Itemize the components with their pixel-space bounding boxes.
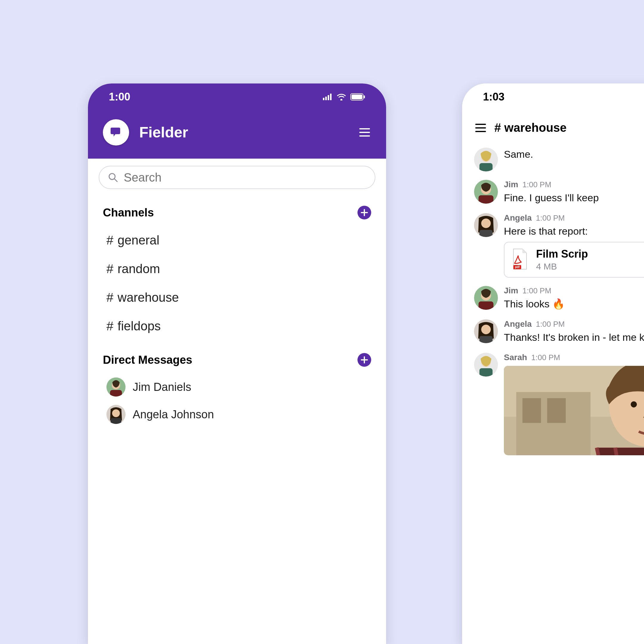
message-time: 1:00 PM: [522, 286, 551, 295]
message-item[interactable]: Sarah 1:00 PM LOWER: [474, 349, 644, 459]
status-time: 1:03: [483, 91, 504, 103]
search-box[interactable]: [99, 166, 375, 189]
menu-button[interactable]: [474, 121, 487, 134]
svg-rect-3: [330, 94, 332, 100]
chat-header: # warehouse: [462, 110, 644, 143]
avatar: [474, 213, 498, 237]
message-text: This looks 🔥: [504, 297, 644, 311]
dm-name: Jim Daniels: [133, 381, 191, 394]
status-bar: 1:00: [88, 83, 386, 110]
app-header: Fielder: [88, 110, 386, 159]
channel-label: fieldops: [117, 319, 161, 333]
svg-rect-6: [364, 95, 365, 98]
svg-point-31: [481, 325, 491, 334]
message-author: Angela: [504, 213, 532, 223]
svg-rect-29: [479, 301, 493, 310]
status-time: 1:00: [109, 91, 130, 103]
dm-name: Angela Johnson: [133, 408, 214, 421]
hash-icon: #: [106, 319, 113, 333]
file-attachment[interactable]: pdf Film Scrip 4 MB: [504, 242, 644, 278]
svg-rect-1: [325, 97, 327, 100]
avatar: [474, 180, 498, 204]
message-text: Same.: [504, 148, 644, 161]
channel-label: random: [117, 262, 160, 276]
message-author: Sarah: [504, 353, 527, 362]
message-time: 1:00 PM: [536, 320, 565, 329]
dm-item-jim[interactable]: Jim Daniels: [103, 373, 371, 401]
channel-item-random[interactable]: # random: [103, 255, 371, 283]
avatar: [106, 377, 126, 397]
hash-icon: #: [106, 262, 113, 276]
file-name: Film Scrip: [536, 248, 588, 260]
search-input[interactable]: [124, 171, 366, 184]
phone-chat: 1:03 # warehouse Same.: [462, 83, 644, 644]
channel-item-fieldops[interactable]: # fieldops: [103, 312, 371, 340]
message-item[interactable]: Angela 1:00 PM Here is that report: pdf …: [474, 209, 644, 282]
channels-section: Channels # general # random # warehouse …: [88, 196, 386, 343]
avatar: [106, 405, 126, 424]
channel-label: general: [117, 233, 159, 247]
channel-item-general[interactable]: # general: [103, 226, 371, 255]
message-author: Angela: [504, 319, 532, 329]
svg-rect-11: [110, 390, 122, 397]
channel-title: # warehouse: [494, 121, 566, 134]
avatar: [474, 353, 498, 377]
app-title: Fielder: [139, 124, 358, 141]
message-item[interactable]: Jim 1:00 PM Fine. I guess I'll keep: [474, 176, 644, 209]
message-time: 1:00 PM: [536, 213, 565, 223]
message-text: Thanks! It's broken in - let me know of …: [504, 331, 644, 344]
message-author: Jim: [504, 286, 518, 295]
svg-rect-32: [479, 336, 493, 343]
wifi-icon: [337, 93, 346, 100]
svg-rect-5: [352, 95, 362, 99]
message-author: Jim: [504, 180, 518, 189]
channel-label: warehouse: [117, 290, 179, 305]
search-icon: [108, 172, 118, 183]
avatar: [474, 286, 498, 310]
svg-line-8: [114, 179, 117, 182]
svg-rect-18: [479, 163, 493, 171]
svg-rect-0: [323, 98, 324, 100]
menu-button[interactable]: [358, 126, 371, 139]
avatar: [474, 319, 498, 343]
gif-attachment[interactable]: LOWER: [504, 366, 644, 455]
dm-item-angela[interactable]: Angela Johnson: [103, 401, 371, 428]
message-item[interactable]: Jim 1:00 PM This looks 🔥: [474, 282, 644, 315]
pdf-icon: pdf: [511, 248, 529, 271]
svg-rect-2: [328, 95, 329, 100]
file-size: 4 MB: [536, 261, 588, 272]
message-text: Here is that report:: [504, 225, 644, 238]
status-indicators: [323, 93, 365, 100]
phone-channels: 1:00 Fielder: [88, 83, 386, 644]
hash-icon: #: [106, 290, 113, 305]
avatar: [474, 148, 498, 171]
svg-rect-41: [522, 398, 541, 423]
app-logo[interactable]: [103, 119, 129, 145]
message-list[interactable]: Same. Jim 1:00 PM Fine. I guess I'll kee…: [462, 143, 644, 459]
channels-header: Channels: [103, 206, 154, 219]
svg-rect-42: [547, 398, 566, 423]
cellular-icon: [323, 94, 332, 100]
svg-text:pdf: pdf: [515, 265, 520, 269]
svg-rect-35: [479, 368, 493, 377]
search-container: [88, 159, 386, 196]
dms-section: Direct Messages Jim Daniels Angela Johns…: [88, 343, 386, 431]
message-item[interactable]: Same.: [474, 143, 644, 176]
hash-icon: #: [106, 233, 113, 247]
message-item[interactable]: Angela 1:00 PM Thanks! It's broken in - …: [474, 315, 644, 349]
battery-icon: [350, 93, 365, 100]
channel-item-warehouse[interactable]: # warehouse: [103, 283, 371, 312]
svg-rect-15: [111, 418, 121, 424]
status-bar: 1:03: [462, 83, 644, 110]
message-time: 1:00 PM: [522, 180, 551, 189]
svg-point-44: [631, 401, 637, 407]
svg-point-23: [481, 219, 491, 228]
message-text: Fine. I guess I'll keep: [504, 191, 644, 205]
svg-rect-21: [479, 195, 493, 204]
add-dm-button[interactable]: [357, 353, 371, 367]
svg-point-14: [112, 409, 120, 417]
svg-rect-47: [597, 448, 644, 455]
message-time: 1:00 PM: [531, 353, 560, 362]
add-channel-button[interactable]: [357, 206, 371, 219]
dms-header: Direct Messages: [103, 354, 192, 366]
